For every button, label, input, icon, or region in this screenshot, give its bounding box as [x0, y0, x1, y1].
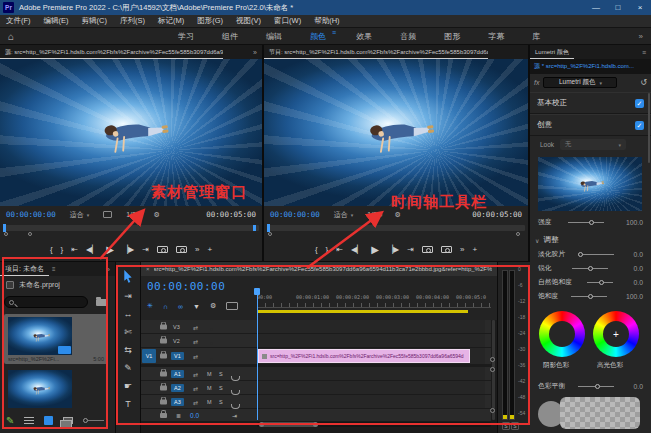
- track-a1-name[interactable]: A1: [171, 370, 184, 378]
- intensity-value[interactable]: 100.0: [626, 219, 643, 226]
- menu-item-graphics[interactable]: 图形(G): [197, 16, 223, 26]
- track-v3[interactable]: V3 ⇄: [141, 320, 491, 333]
- step-back-button[interactable]: ◀▏: [351, 245, 363, 254]
- program-scrub-track[interactable]: [267, 225, 525, 231]
- color-balance-value[interactable]: 0.0: [634, 383, 643, 390]
- menu-item-file[interactable]: 文件(F): [6, 16, 31, 26]
- sync-lock-icon[interactable]: ⇄: [193, 323, 198, 330]
- track-v3-name[interactable]: V3: [173, 324, 180, 330]
- lock-icon[interactable]: [160, 324, 167, 329]
- sync-lock-icon[interactable]: ⇄: [193, 353, 198, 360]
- saturation-value[interactable]: 100.0: [626, 293, 643, 300]
- new-bin-folder-icon[interactable]: [96, 299, 107, 306]
- maximize-button[interactable]: □: [607, 3, 629, 12]
- transport-overflow-icon[interactable]: »: [460, 245, 464, 254]
- search-input[interactable]: [4, 296, 88, 308]
- timeline-timecode[interactable]: 00:00:00:00: [147, 280, 225, 293]
- track-v1-name[interactable]: V1: [171, 352, 184, 360]
- program-playhead[interactable]: [267, 224, 270, 232]
- track-a3-name[interactable]: A3: [171, 398, 184, 406]
- workspace-menu-icon[interactable]: ≡: [332, 29, 336, 44]
- settings-wrench-icon[interactable]: ⚙: [394, 211, 400, 219]
- tab-close-icon[interactable]: ×: [146, 266, 150, 272]
- razor-tool[interactable]: ✄: [124, 327, 132, 337]
- play-button[interactable]: ▶: [106, 244, 114, 255]
- basic-correction-checkbox[interactable]: ✓: [635, 99, 644, 108]
- master-track-row[interactable]: ≣ 0.0 ⇥: [141, 409, 491, 421]
- solo-button[interactable]: S: [219, 371, 223, 377]
- program-resolution-dropdown[interactable]: 1/2▾: [367, 211, 382, 218]
- button-editor-add-icon[interactable]: +: [207, 245, 212, 254]
- step-back-button[interactable]: ◀▏: [86, 245, 98, 254]
- time-ruler[interactable]: [257, 303, 491, 308]
- track-a3[interactable]: A3 ⇄ M S: [141, 395, 491, 408]
- source-patch-v1[interactable]: V1: [142, 349, 156, 363]
- program-timecode[interactable]: 00:00:00:00: [270, 210, 320, 219]
- sync-lock-icon[interactable]: ⇄: [193, 384, 198, 391]
- program-zoom-handle-right[interactable]: [516, 232, 520, 236]
- sharpen-value[interactable]: 0.0: [634, 265, 643, 272]
- menu-item-view[interactable]: 视图(V): [236, 16, 261, 26]
- slip-tool[interactable]: ⇆: [124, 345, 132, 355]
- section-basic-correction[interactable]: 基本校正 ✓: [530, 92, 651, 114]
- hand-tool[interactable]: ☛: [124, 381, 132, 391]
- vibrance-value[interactable]: 0.0: [634, 279, 643, 286]
- close-button[interactable]: ×: [629, 3, 651, 12]
- track-a2-name[interactable]: A2: [171, 384, 184, 392]
- captions-icon[interactable]: [226, 302, 238, 310]
- type-tool[interactable]: T: [125, 399, 131, 409]
- lumetri-effect-dropdown[interactable]: Lumetri 颜色▾: [543, 77, 617, 88]
- source-scrub-track[interactable]: [3, 225, 259, 231]
- timeline-settings-wrench-icon[interactable]: ⚙: [210, 302, 216, 310]
- lock-icon[interactable]: [160, 354, 167, 359]
- minimize-button[interactable]: —: [585, 3, 607, 12]
- track-a1-lane[interactable]: [257, 367, 485, 380]
- workspace-tab-captions[interactable]: 字幕: [474, 29, 518, 44]
- sync-lock-icon[interactable]: ⇄: [193, 337, 198, 344]
- snap-magnet-icon[interactable]: ∩: [163, 303, 168, 310]
- mark-in-button[interactable]: {: [315, 245, 318, 254]
- look-dropdown[interactable]: 无▾: [560, 139, 626, 150]
- solo-button[interactable]: S: [219, 399, 223, 405]
- goto-in-button[interactable]: ⇤: [336, 245, 343, 254]
- icon-view-icon[interactable]: [44, 416, 53, 425]
- panel-menu-icon[interactable]: ≡: [52, 266, 56, 272]
- source-monitor-viewport[interactable]: [0, 59, 262, 206]
- transport-overflow-icon[interactable]: »: [195, 245, 199, 254]
- color-balance-slider[interactable]: [578, 383, 614, 390]
- lock-icon[interactable]: [160, 413, 167, 418]
- source-zoom-handle-left[interactable]: [4, 232, 8, 236]
- menu-item-help[interactable]: 帮助(H): [314, 16, 339, 26]
- button-editor-add-icon[interactable]: +: [472, 245, 477, 254]
- sync-lock-icon[interactable]: ⇄: [193, 370, 198, 377]
- overwrite-button[interactable]: [176, 246, 187, 253]
- lock-icon[interactable]: [160, 338, 167, 343]
- settings-wrench-icon[interactable]: ⚙: [153, 211, 159, 219]
- workspace-tab-assembly[interactable]: 组件: [208, 29, 252, 44]
- solo-left-button[interactable]: S: [502, 422, 510, 430]
- workspace-tab-graphics[interactable]: 图形: [430, 29, 474, 44]
- program-monitor-viewport[interactable]: [264, 59, 528, 206]
- work-area-bar[interactable]: [257, 310, 468, 313]
- section-creative[interactable]: 创意 ✓: [530, 114, 651, 136]
- menu-item-sequence[interactable]: 序列(S): [120, 16, 145, 26]
- clip-card-selected[interactable]: src=http_%2F%2Fi... 5:00: [4, 314, 108, 364]
- project-file-row[interactable]: 未命名.prproj: [0, 278, 115, 292]
- track-v2[interactable]: V2 ⇄: [141, 334, 491, 347]
- workspace-tab-libraries[interactable]: 库: [518, 29, 554, 44]
- mark-in-button[interactable]: {: [50, 245, 53, 254]
- fit-sequence-icon[interactable]: ⇥: [232, 412, 237, 419]
- pen-tool[interactable]: ✎: [124, 363, 132, 373]
- menu-item-window[interactable]: 窗口(W): [274, 16, 301, 26]
- export-frame-button[interactable]: [441, 246, 452, 253]
- faded-film-value[interactable]: 0.0: [634, 251, 643, 258]
- track-a1[interactable]: A1 ⇄ M S: [141, 367, 491, 380]
- track-height-handle[interactable]: [490, 367, 495, 372]
- menu-item-markers[interactable]: 标记(M): [158, 16, 184, 26]
- program-zoom-handle-left[interactable]: [268, 232, 272, 236]
- project-writable-pencil-icon[interactable]: ✎: [6, 415, 14, 426]
- timeline-clip[interactable]: src=http_%2F%2Fi1.hdslb.com%2Fbfs%2Farch…: [258, 349, 470, 363]
- solo-button[interactable]: S: [219, 385, 223, 391]
- linked-selection-icon[interactable]: ∞: [178, 303, 183, 310]
- nest-sequence-icon[interactable]: ✳: [147, 302, 153, 310]
